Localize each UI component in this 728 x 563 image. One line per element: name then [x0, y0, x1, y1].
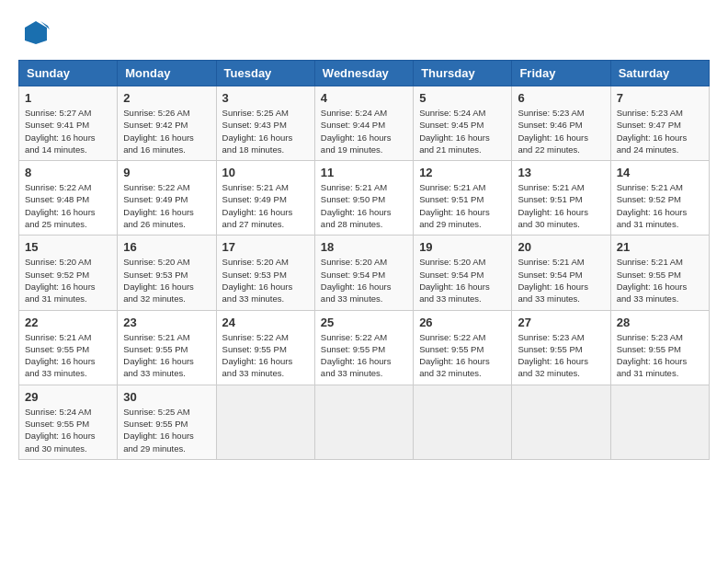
day-number: 27 [518, 316, 604, 329]
day-info: Sunrise: 5:25 AM Sunset: 9:55 PM Dayligh… [123, 406, 210, 454]
day-info: Sunrise: 5:21 AM Sunset: 9:51 PM Dayligh… [419, 181, 506, 230]
calendar-row-0: 1Sunrise: 5:27 AM Sunset: 9:41 PM Daylig… [19, 86, 710, 161]
day-number: 30 [123, 390, 210, 404]
header [18, 18, 710, 51]
calendar-cell: 28Sunrise: 5:23 AM Sunset: 9:55 PM Dayli… [610, 310, 709, 385]
day-info: Sunrise: 5:22 AM Sunset: 9:55 PM Dayligh… [222, 331, 309, 380]
day-number: 25 [321, 316, 407, 329]
day-info: Sunrise: 5:21 AM Sunset: 9:52 PM Dayligh… [617, 181, 703, 230]
calendar-row-3: 22Sunrise: 5:21 AM Sunset: 9:55 PM Dayli… [19, 310, 710, 385]
calendar-cell: 7Sunrise: 5:23 AM Sunset: 9:47 PM Daylig… [610, 86, 709, 161]
calendar-cell: 25Sunrise: 5:22 AM Sunset: 9:55 PM Dayli… [314, 310, 413, 385]
day-info: Sunrise: 5:23 AM Sunset: 9:55 PM Dayligh… [518, 331, 604, 380]
day-info: Sunrise: 5:25 AM Sunset: 9:43 PM Dayligh… [222, 107, 309, 155]
day-info: Sunrise: 5:22 AM Sunset: 9:55 PM Dayligh… [321, 331, 407, 380]
day-info: Sunrise: 5:21 AM Sunset: 9:55 PM Dayligh… [617, 256, 703, 304]
col-saturday: Saturday [610, 61, 709, 86]
day-number: 6 [518, 91, 604, 105]
calendar-cell: 9Sunrise: 5:22 AM Sunset: 9:49 PM Daylig… [118, 161, 216, 236]
calendar-cell: 6Sunrise: 5:23 AM Sunset: 9:46 PM Daylig… [512, 86, 610, 161]
calendar-cell: 30Sunrise: 5:25 AM Sunset: 9:55 PM Dayli… [118, 385, 216, 459]
col-thursday: Thursday [414, 61, 512, 86]
calendar-cell [216, 385, 314, 459]
day-info: Sunrise: 5:20 AM Sunset: 9:53 PM Dayligh… [123, 256, 210, 304]
calendar-cell: 4Sunrise: 5:24 AM Sunset: 9:44 PM Daylig… [314, 86, 413, 161]
day-number: 18 [321, 240, 407, 254]
day-info: Sunrise: 5:22 AM Sunset: 9:48 PM Dayligh… [25, 181, 111, 230]
day-number: 5 [419, 91, 506, 105]
calendar-cell: 12Sunrise: 5:21 AM Sunset: 9:51 PM Dayli… [414, 161, 512, 236]
day-number: 28 [617, 316, 703, 329]
day-info: Sunrise: 5:21 AM Sunset: 9:50 PM Dayligh… [321, 181, 407, 230]
calendar-cell: 13Sunrise: 5:21 AM Sunset: 9:51 PM Dayli… [512, 161, 610, 236]
calendar-row-4: 29Sunrise: 5:24 AM Sunset: 9:55 PM Dayli… [19, 385, 710, 459]
day-number: 10 [222, 166, 309, 179]
day-number: 4 [321, 91, 407, 105]
calendar-cell [414, 385, 512, 459]
day-info: Sunrise: 5:21 AM Sunset: 9:51 PM Dayligh… [518, 181, 604, 230]
day-info: Sunrise: 5:20 AM Sunset: 9:54 PM Dayligh… [321, 256, 407, 304]
day-number: 3 [222, 91, 309, 105]
day-info: Sunrise: 5:22 AM Sunset: 9:55 PM Dayligh… [419, 331, 506, 380]
day-number: 13 [518, 166, 604, 179]
day-number: 24 [222, 316, 309, 329]
day-info: Sunrise: 5:20 AM Sunset: 9:54 PM Dayligh… [419, 256, 506, 304]
calendar-cell: 20Sunrise: 5:21 AM Sunset: 9:54 PM Dayli… [512, 236, 610, 310]
calendar-header-row: Sunday Monday Tuesday Wednesday Thursday… [19, 61, 710, 86]
day-number: 2 [123, 91, 210, 105]
calendar-cell [314, 385, 413, 459]
day-number: 14 [617, 166, 703, 179]
day-info: Sunrise: 5:23 AM Sunset: 9:46 PM Dayligh… [518, 107, 604, 155]
day-number: 12 [419, 166, 506, 179]
calendar-cell: 22Sunrise: 5:21 AM Sunset: 9:55 PM Dayli… [19, 310, 118, 385]
day-info: Sunrise: 5:26 AM Sunset: 9:42 PM Dayligh… [123, 107, 210, 155]
col-friday: Friday [512, 61, 610, 86]
calendar-row-2: 15Sunrise: 5:20 AM Sunset: 9:52 PM Dayli… [19, 236, 710, 310]
col-wednesday: Wednesday [314, 61, 413, 86]
calendar-cell: 19Sunrise: 5:20 AM Sunset: 9:54 PM Dayli… [414, 236, 512, 310]
logo-icon [22, 18, 50, 46]
day-info: Sunrise: 5:20 AM Sunset: 9:52 PM Dayligh… [25, 256, 111, 304]
svg-marker-0 [25, 21, 47, 44]
calendar-cell: 29Sunrise: 5:24 AM Sunset: 9:55 PM Dayli… [19, 385, 118, 459]
logo-text [18, 18, 50, 51]
day-number: 1 [25, 91, 111, 105]
day-number: 17 [222, 240, 309, 254]
col-tuesday: Tuesday [216, 61, 314, 86]
day-info: Sunrise: 5:21 AM Sunset: 9:49 PM Dayligh… [222, 181, 309, 230]
day-info: Sunrise: 5:23 AM Sunset: 9:55 PM Dayligh… [617, 331, 703, 380]
calendar-cell: 11Sunrise: 5:21 AM Sunset: 9:50 PM Dayli… [314, 161, 413, 236]
day-number: 21 [617, 240, 703, 254]
day-info: Sunrise: 5:20 AM Sunset: 9:53 PM Dayligh… [222, 256, 309, 304]
calendar-cell: 16Sunrise: 5:20 AM Sunset: 9:53 PM Dayli… [118, 236, 216, 310]
day-number: 8 [25, 166, 111, 179]
calendar-cell: 2Sunrise: 5:26 AM Sunset: 9:42 PM Daylig… [118, 86, 216, 161]
day-info: Sunrise: 5:21 AM Sunset: 9:54 PM Dayligh… [518, 256, 604, 304]
calendar-cell: 27Sunrise: 5:23 AM Sunset: 9:55 PM Dayli… [512, 310, 610, 385]
calendar-cell: 26Sunrise: 5:22 AM Sunset: 9:55 PM Dayli… [414, 310, 512, 385]
calendar-cell: 10Sunrise: 5:21 AM Sunset: 9:49 PM Dayli… [216, 161, 314, 236]
calendar-cell: 24Sunrise: 5:22 AM Sunset: 9:55 PM Dayli… [216, 310, 314, 385]
calendar-cell: 17Sunrise: 5:20 AM Sunset: 9:53 PM Dayli… [216, 236, 314, 310]
calendar-row-1: 8Sunrise: 5:22 AM Sunset: 9:48 PM Daylig… [19, 161, 710, 236]
day-info: Sunrise: 5:21 AM Sunset: 9:55 PM Dayligh… [25, 331, 111, 380]
day-info: Sunrise: 5:24 AM Sunset: 9:44 PM Dayligh… [321, 107, 407, 155]
calendar-cell: 8Sunrise: 5:22 AM Sunset: 9:48 PM Daylig… [19, 161, 118, 236]
day-number: 15 [25, 240, 111, 254]
day-number: 7 [617, 91, 703, 105]
calendar-cell: 18Sunrise: 5:20 AM Sunset: 9:54 PM Dayli… [314, 236, 413, 310]
calendar-cell: 5Sunrise: 5:24 AM Sunset: 9:45 PM Daylig… [414, 86, 512, 161]
day-info: Sunrise: 5:22 AM Sunset: 9:49 PM Dayligh… [123, 181, 210, 230]
day-info: Sunrise: 5:23 AM Sunset: 9:47 PM Dayligh… [617, 107, 703, 155]
col-monday: Monday [118, 61, 216, 86]
calendar-cell: 21Sunrise: 5:21 AM Sunset: 9:55 PM Dayli… [610, 236, 709, 310]
calendar-cell: 1Sunrise: 5:27 AM Sunset: 9:41 PM Daylig… [19, 86, 118, 161]
day-number: 26 [419, 316, 506, 329]
day-number: 22 [25, 316, 111, 329]
day-info: Sunrise: 5:24 AM Sunset: 9:45 PM Dayligh… [419, 107, 506, 155]
day-number: 29 [25, 390, 111, 404]
day-info: Sunrise: 5:24 AM Sunset: 9:55 PM Dayligh… [25, 406, 111, 454]
day-number: 19 [419, 240, 506, 254]
day-number: 9 [123, 166, 210, 179]
calendar-cell: 23Sunrise: 5:21 AM Sunset: 9:55 PM Dayli… [118, 310, 216, 385]
